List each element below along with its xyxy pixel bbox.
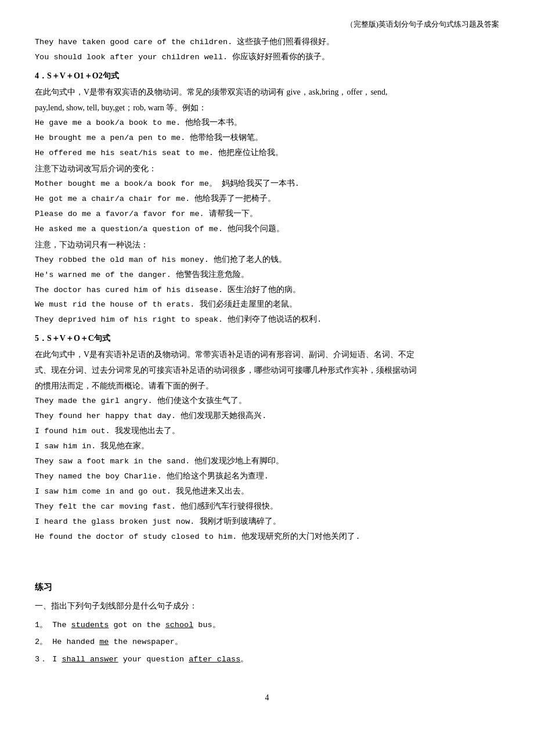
normal-text: got on the <box>109 621 165 629</box>
exercises-section: 练习 一、指出下列句子划线部分是什么句子成分： 1。 The students … <box>35 579 499 667</box>
paragraph-p10: Mother bought me a book/a book for me。 妈… <box>35 177 499 192</box>
paragraph-p15: They robbed the old man of his money. 他们… <box>35 253 499 268</box>
exercises-section1-label: 一、指出下列句子划线部分是什么句子成分： <box>35 599 499 613</box>
page-header: （完整版)英语划分句子成分句式练习题及答案 <box>35 17 499 31</box>
exercises-title: 练习 <box>35 579 499 595</box>
normal-text: I <box>52 655 62 664</box>
exercise-item-ex3: 3． I shall answer your question after cl… <box>35 652 499 667</box>
paragraph-p23: 的惯用法而定，不能统而概论。请看下面的例子。 <box>35 379 499 394</box>
paragraph-p11: He got me a chair/a chair for me. 他给我弄了一… <box>35 192 499 207</box>
paragraph-p2: You should look after your children well… <box>35 51 499 65</box>
paragraph-p25: They found her happy that day. 他们发现那天她很高… <box>35 409 499 424</box>
paragraph-p22: 式、现在分词、过去分词常见的可接宾语补足语的动词很多，哪些动词可接哪几种形式作宾… <box>35 363 499 378</box>
normal-text: He handed <box>52 638 99 646</box>
paragraph-p8: He offered me his seat/his seat to me. 他… <box>35 146 499 161</box>
normal-text: your question <box>118 655 189 664</box>
paragraph-p16: He's warned me of the danger. 他警告我注意危险。 <box>35 268 499 283</box>
paragraph-p5: pay,lend, show, tell, buy,get；rob, warn … <box>35 100 499 116</box>
paragraph-p14: 注意，下边动词只有一种说法： <box>35 237 499 253</box>
paragraph-p33: He found the doctor of study closed to h… <box>35 530 499 545</box>
underlined-text: after class <box>189 655 240 664</box>
paragraph-p21: 在此句式中，V是有宾语补足语的及物动词。常带宾语补足语的词有形容词、副词、介词短… <box>35 347 499 362</box>
exercise-num: 2。 <box>35 638 52 646</box>
paragraph-p13: He asked me a question/a question of me.… <box>35 222 499 237</box>
paragraph-p12: Please do me a favor/a favor for me. 请帮我… <box>35 207 499 222</box>
paragraph-p7: He brought me a pen/a pen to me. 他带给我一枝钢… <box>35 131 499 146</box>
paragraph-p31: They felt the car moving fast. 他们感到汽车行驶得… <box>35 500 499 514</box>
exercise-num: 3． <box>35 655 52 664</box>
exercise-items-container: 1。 The students got on the school bus。2。… <box>35 618 499 667</box>
exercise-item-ex2: 2。 He handed me the newspaper。 <box>35 635 499 650</box>
paragraph-p1: They have taken good care of the childre… <box>35 35 499 50</box>
normal-text: The <box>52 621 71 629</box>
paragraph-p9: 注意下边动词改写后介词的变化： <box>35 161 499 177</box>
paragraph-p6: He gave me a book/a book to me. 他给我一本书。 <box>35 116 499 131</box>
paragraph-p20: 5．S＋V＋O＋C句式 <box>35 331 499 346</box>
underlined-text: school <box>165 621 194 629</box>
normal-text: 。 <box>240 655 248 664</box>
paragraph-p30: I saw him come in and go out. 我见他进来又出去。 <box>35 485 499 499</box>
exercise-item-ex1: 1。 The students got on the school bus。 <box>35 618 499 633</box>
paragraph-p3: 4．S＋V＋O1＋O2句式 <box>35 69 499 84</box>
paragraph-p29: They named the boy Charlie. 他们给这个男孩起名为查理… <box>35 470 499 484</box>
paragraph-p17: The doctor has cured him of his disease.… <box>35 283 499 298</box>
paragraph-p24: They made the girl angry. 他们使这个女孩生气了。 <box>35 394 499 409</box>
normal-text: the newspaper。 <box>109 638 182 646</box>
paragraph-p26: I found him out. 我发现他出去了。 <box>35 424 499 439</box>
underlined-text: me <box>99 638 109 646</box>
underlined-text: shall answer <box>62 655 118 664</box>
paragraph-p18: We must rid the house of th erats. 我们必须赶… <box>35 298 499 312</box>
paragraph-p32: I heard the glass broken just now. 我刚才听到… <box>35 515 499 530</box>
exercise-num: 1。 <box>35 621 52 629</box>
main-content: They have taken good care of the childre… <box>35 35 499 544</box>
normal-text: bus。 <box>193 621 220 629</box>
paragraph-p4: 在此句式中，V是带有双宾语的及物动词。常见的须带双宾语的动词有 give，ask… <box>35 85 499 100</box>
underlined-text: students <box>71 621 109 629</box>
page-number: 4 <box>35 690 499 705</box>
paragraph-p19: They deprived him of his right to speak.… <box>35 313 499 327</box>
paragraph-p27: I saw him in. 我见他在家。 <box>35 440 499 454</box>
paragraph-p28: They saw a foot mark in the sand. 他们发现沙地… <box>35 455 499 469</box>
